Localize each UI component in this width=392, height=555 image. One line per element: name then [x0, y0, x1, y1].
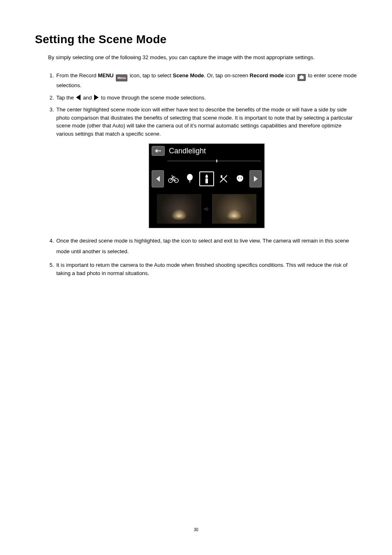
step-1-mid1: icon, tap to select: [128, 72, 173, 79]
chevron-left-icon: [156, 176, 160, 182]
chevron-right-icon: [254, 176, 258, 182]
scene-mode-title: Candlelight: [169, 146, 206, 157]
step-1-bold-scene: Scene Mode: [173, 72, 204, 79]
svg-point-6: [240, 178, 241, 178]
comparison-row: ➪: [149, 192, 264, 228]
step-5: It is important to return the camera to …: [55, 261, 357, 277]
back-arrow-icon: [155, 150, 161, 151]
scroll-track-line: [167, 160, 261, 162]
comparison-photo-after: [212, 194, 256, 224]
step-2: Tap the and to move through the scene mo…: [55, 94, 357, 102]
scene-mode-bicycle-icon[interactable]: [167, 172, 180, 185]
step-1-bold-menu: MENU: [98, 72, 113, 79]
svg-point-5: [238, 178, 239, 178]
triangle-right-icon: [94, 95, 99, 100]
step-3: The center highlighted scene mode icon w…: [55, 106, 357, 228]
scroll-track[interactable]: [149, 158, 264, 166]
step-1-pre: From the Record: [56, 72, 98, 79]
scene-mode-candlelight-icon[interactable]: [199, 171, 214, 186]
scroll-indicator: [216, 160, 217, 162]
compare-arrow-icon: ➪: [204, 206, 210, 212]
screenshot-header: Candlelight: [149, 144, 264, 158]
comparison-photo-before: [157, 194, 201, 224]
scene-mode-balloon-icon[interactable]: [183, 172, 196, 185]
step-3-text: The center highlighted scene mode icon w…: [56, 106, 353, 137]
intro-paragraph: By simply selecting one of the following…: [48, 53, 357, 62]
step-4: Once the desired scene mode is highlight…: [55, 236, 357, 257]
scene-mode-screenshot: Candlelight: [149, 143, 265, 228]
step-1-bold-record: Record mode: [250, 72, 284, 79]
step-2-mid: and: [81, 95, 93, 101]
back-button[interactable]: [152, 146, 165, 156]
menu-icon: Menu: [116, 74, 127, 81]
scene-prev-button[interactable]: [152, 170, 164, 187]
scene-next-button[interactable]: [249, 170, 262, 187]
scene-mode-face-icon[interactable]: [233, 172, 247, 185]
step-1: From the Record MENU Menu icon, tap to s…: [55, 72, 357, 90]
step-5-text: It is important to return the camera to …: [56, 262, 348, 276]
embedded-screenshot-wrap: Candlelight: [56, 143, 357, 228]
scene-modes-row: [149, 166, 264, 192]
step-1-mid3: icon: [284, 72, 297, 79]
svg-point-2: [172, 176, 173, 177]
page-number: 30: [0, 527, 392, 532]
svg-point-3: [187, 174, 193, 180]
record-mode-icon: [297, 74, 306, 81]
triangle-left-icon: [76, 95, 81, 100]
steps-list: From the Record MENU Menu icon, tap to s…: [48, 72, 357, 278]
step-4-text: Once the desired scene mode is highlight…: [56, 238, 349, 254]
step-2-pre: Tap the: [56, 95, 75, 101]
svg-rect-4: [205, 178, 208, 183]
step-2-post: to move through the scene mode selection…: [99, 95, 206, 101]
scene-mode-cutlery-icon[interactable]: [217, 172, 230, 185]
page-title: Setting the Scene Mode: [35, 33, 357, 46]
step-1-mid2: . Or, tap on-screen: [204, 72, 249, 79]
scene-mode-icons: [164, 171, 249, 186]
